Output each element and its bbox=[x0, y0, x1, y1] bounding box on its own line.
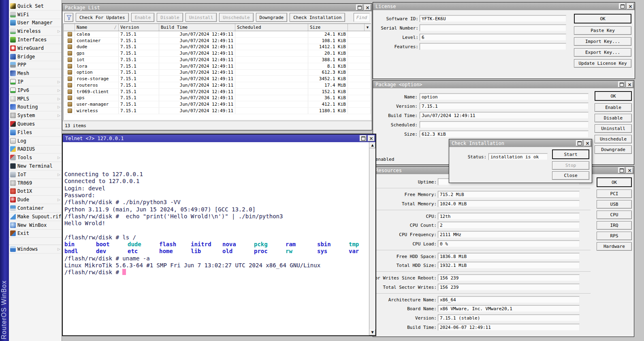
board-name-field[interactable]: x86 VMware, Inc. VMware20,1 bbox=[438, 305, 580, 312]
sidebar-item-mpls[interactable]: MPLS▷ bbox=[9, 95, 62, 103]
header-name[interactable]: Name/ bbox=[75, 24, 119, 31]
sidebar-item-quick-set[interactable]: Quick Set bbox=[9, 2, 62, 11]
total-memory-field[interactable]: 1024.0 MiB bbox=[438, 200, 580, 207]
stop-button[interactable]: Stop bbox=[552, 161, 589, 170]
sidebar-item-container[interactable]: Container bbox=[9, 204, 62, 213]
table-row[interactable]: calea7.15.1Jun/07/2024 12:49:1124.1 KiB bbox=[64, 31, 371, 38]
unschedule-button[interactable]: Unschedule bbox=[595, 135, 632, 143]
sidebar-item-bridge[interactable]: Bridge bbox=[9, 53, 62, 61]
sidebar-item-exit[interactable]: Exit bbox=[9, 230, 62, 238]
maximize-button[interactable] bbox=[618, 167, 625, 173]
architecture-name-field[interactable]: x86_64 bbox=[438, 296, 580, 303]
pci-button[interactable]: PCI bbox=[597, 190, 632, 198]
sidebar-item-wifi[interactable]: WiFi bbox=[9, 11, 62, 19]
ok-button[interactable]: OK bbox=[597, 177, 632, 187]
table-row[interactable]: wireless7.15.1Jun/07/2024 12:49:111180.1… bbox=[64, 108, 371, 114]
export-key-button[interactable]: Export Key... bbox=[574, 48, 631, 57]
header-version[interactable]: Version bbox=[119, 24, 159, 31]
maximize-button[interactable] bbox=[356, 4, 363, 11]
uninstall-button[interactable]: Uninstall bbox=[595, 124, 632, 133]
level-field[interactable]: 6 bbox=[420, 34, 566, 40]
sidebar-item-make-supout-rif[interactable]: Make Supout.rif bbox=[9, 213, 62, 221]
sidebar-item-system[interactable]: System▷ bbox=[9, 111, 62, 120]
enable-button[interactable]: Enable bbox=[131, 13, 155, 22]
close-button[interactable]: × bbox=[364, 4, 371, 11]
check-installation-button[interactable]: Check Installation bbox=[290, 13, 345, 22]
name-field[interactable]: option bbox=[420, 93, 589, 100]
scroll-up-icon[interactable]: ▲ bbox=[369, 142, 375, 148]
sidebar-item-windows[interactable]: Windows▷ bbox=[9, 245, 62, 254]
build-time-field[interactable]: 2024-06-07 12:49:11 bbox=[438, 324, 580, 330]
total-hdd-size-field[interactable]: 1932.1 MiB bbox=[438, 262, 580, 269]
sidebar-item-dude[interactable]: Dude▷ bbox=[9, 196, 62, 204]
header-size[interactable]: Size bbox=[308, 24, 348, 31]
sidebar-item-tr069[interactable]: TR069 bbox=[9, 179, 62, 188]
column-menu-button[interactable]: ▼ bbox=[364, 24, 371, 31]
sidebar-item-iot[interactable]: IoT▷ bbox=[9, 170, 62, 179]
uninstall-button[interactable]: Uninstall bbox=[186, 13, 217, 22]
sidebar-item-wireguard[interactable]: WireGuard bbox=[9, 44, 62, 53]
check-installation-titlebar[interactable]: Check Installation × bbox=[449, 139, 592, 147]
start-button[interactable]: Start bbox=[552, 149, 589, 159]
cpu-load-field[interactable]: 0 % bbox=[438, 240, 580, 247]
status-field[interactable]: installation is ok bbox=[488, 153, 548, 160]
close-button[interactable]: × bbox=[368, 135, 375, 141]
disable-button[interactable]: Disable bbox=[157, 13, 183, 22]
table-row[interactable]: user-manager7.15.1Jun/07/2024 12:49:1141… bbox=[64, 101, 371, 108]
table-row[interactable]: container7.15.1Jun/07/2024 12:49:11108.1… bbox=[64, 38, 371, 44]
enable-button[interactable]: Enable bbox=[595, 103, 632, 112]
table-row[interactable]: dude7.15.1Jun/07/2024 12:49:111412.1 KiB bbox=[64, 44, 371, 51]
table-row[interactable]: rose-storage7.15.1Jun/07/2024 12:49:1134… bbox=[64, 76, 371, 82]
package-option-titlebar[interactable]: Package <option> × bbox=[373, 81, 634, 88]
table-row[interactable]: gps7.15.1Jun/07/2024 12:49:1120.1 KiB bbox=[64, 50, 371, 57]
find-box[interactable]: Find bbox=[354, 13, 370, 22]
downgrade-button[interactable]: Downgrade bbox=[256, 13, 288, 22]
package-list-titlebar[interactable]: Package List × bbox=[62, 4, 372, 11]
maximize-button[interactable] bbox=[576, 140, 583, 146]
build-time-field[interactable]: Jun/07/2024 12:49:11 bbox=[420, 112, 589, 119]
close-button[interactable]: × bbox=[627, 3, 634, 9]
size-field[interactable]: 612.3 KiB bbox=[420, 130, 589, 137]
sidebar-item-routing[interactable]: Routing▷ bbox=[9, 103, 62, 112]
maximize-button[interactable] bbox=[360, 135, 367, 141]
usb-button[interactable]: USB bbox=[597, 200, 632, 209]
sidebar-item-log[interactable]: Log bbox=[9, 137, 62, 145]
close-button[interactable]: × bbox=[584, 140, 591, 146]
cpu-count-field[interactable]: 2 bbox=[438, 222, 580, 229]
scheduled-field[interactable] bbox=[420, 121, 589, 128]
close-button[interactable]: × bbox=[626, 81, 633, 87]
sector-writes-since-reboot-field[interactable]: 156 239 bbox=[438, 275, 580, 281]
sidebar-item-mesh[interactable]: Mesh bbox=[9, 69, 62, 78]
sidebar-item-ipv6[interactable]: IPv6▷ bbox=[9, 86, 62, 95]
sidebar-item-tools[interactable]: Tools▷ bbox=[9, 153, 62, 162]
ok-button[interactable]: OK bbox=[574, 14, 631, 23]
version-field[interactable]: 7.15.1 bbox=[420, 102, 589, 109]
disable-button[interactable]: Disable bbox=[595, 114, 632, 122]
close-button[interactable]: × bbox=[626, 167, 633, 173]
hardware-button[interactable]: Hardware bbox=[597, 242, 632, 251]
sidebar-item-queues[interactable]: Queues bbox=[9, 120, 62, 128]
scroll-down-icon[interactable]: ▼ bbox=[369, 329, 375, 335]
maximize-button[interactable] bbox=[619, 3, 626, 9]
ok-button[interactable]: OK bbox=[595, 91, 632, 101]
sidebar-item-interfaces[interactable]: Interfaces bbox=[9, 36, 62, 44]
sidebar-item-user-manager[interactable]: User Manager bbox=[9, 19, 62, 28]
sidebar-item-new-terminal[interactable]: New Terminal bbox=[9, 162, 62, 170]
terminal-output[interactable]: Connecting to 127.0.0.1Connected to 127.… bbox=[63, 142, 369, 335]
header-build-time[interactable]: Build Time bbox=[159, 24, 235, 31]
sidebar-item-ip[interactable]: IP▷ bbox=[9, 78, 62, 86]
terminal-scrollbar[interactable]: ▲ ▼ bbox=[369, 142, 375, 335]
sidebar-item-new-winbox[interactable]: New WinBox bbox=[9, 221, 62, 230]
sidebar-item-files[interactable]: Files bbox=[9, 128, 62, 137]
rps-button[interactable]: RPS bbox=[597, 232, 632, 240]
check-for-updates-button[interactable]: Check For Updates bbox=[76, 13, 129, 22]
table-row[interactable]: lora7.15.1Jun/07/2024 12:49:118.1 KiB bbox=[64, 63, 371, 70]
features-field[interactable] bbox=[420, 43, 566, 50]
downgrade-button[interactable]: Downgrade bbox=[595, 145, 632, 154]
license-titlebar[interactable]: License × bbox=[373, 2, 635, 10]
table-row[interactable]: routeros7.15.1Jun/07/2024 12:49:1117.4 M… bbox=[64, 82, 371, 89]
free-hdd-space-field[interactable]: 1836.8 MiB bbox=[438, 253, 580, 260]
irq-button[interactable]: IRQ bbox=[597, 221, 632, 230]
sidebar-item-ppp[interactable]: PPP bbox=[9, 61, 62, 70]
close-button[interactable]: Close bbox=[552, 171, 589, 180]
